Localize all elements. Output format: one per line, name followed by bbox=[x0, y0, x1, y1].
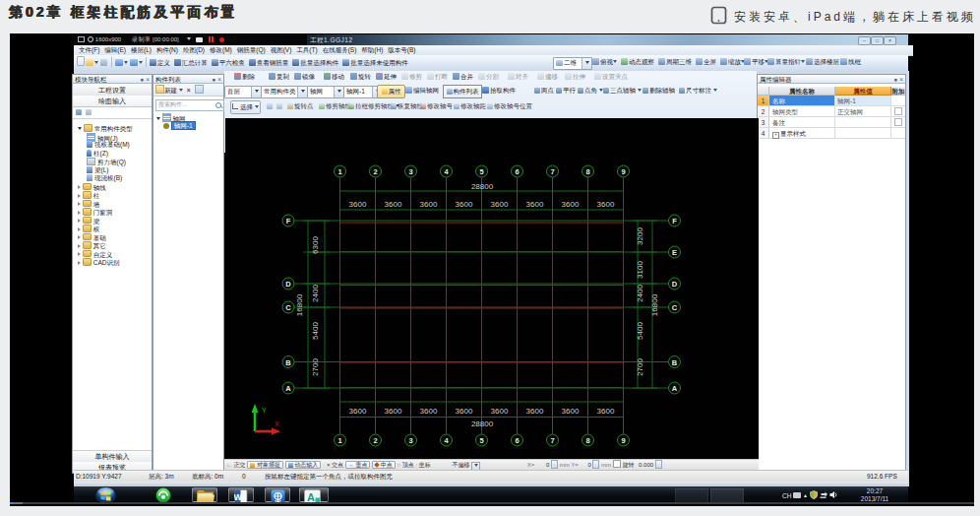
svg-text:3100: 3100 bbox=[636, 261, 644, 279]
svg-text:X: X bbox=[275, 420, 279, 427]
svg-text:D: D bbox=[285, 280, 291, 289]
svg-text:2700: 2700 bbox=[636, 358, 644, 376]
svg-text:F: F bbox=[672, 217, 677, 226]
svg-text:3600: 3600 bbox=[420, 407, 438, 416]
svg-text:3600: 3600 bbox=[456, 200, 473, 209]
svg-text:3600: 3600 bbox=[526, 200, 544, 209]
svg-text:E: E bbox=[672, 248, 677, 257]
svg-text:2400: 2400 bbox=[636, 285, 644, 302]
svg-text:7: 7 bbox=[550, 167, 554, 176]
svg-text:8: 8 bbox=[585, 167, 589, 176]
svg-text:3: 3 bbox=[408, 436, 412, 445]
svg-text:2: 2 bbox=[373, 436, 377, 445]
svg-text:A: A bbox=[285, 384, 291, 393]
svg-text:3200: 3200 bbox=[636, 227, 644, 245]
svg-text:5400: 5400 bbox=[311, 322, 320, 340]
svg-text:16800: 16800 bbox=[295, 293, 304, 316]
svg-text:3600: 3600 bbox=[456, 407, 473, 416]
svg-text:3600: 3600 bbox=[420, 200, 438, 209]
svg-text:8: 8 bbox=[585, 436, 589, 445]
svg-text:B: B bbox=[285, 358, 291, 367]
svg-text:3600: 3600 bbox=[385, 407, 402, 416]
svg-text:C: C bbox=[672, 303, 678, 312]
svg-text:A: A bbox=[672, 384, 678, 393]
svg-text:A: A bbox=[307, 490, 315, 502]
svg-text:3600: 3600 bbox=[349, 407, 367, 416]
svg-text:7: 7 bbox=[550, 436, 554, 445]
svg-text:28800: 28800 bbox=[471, 182, 494, 191]
svg-text:3600: 3600 bbox=[349, 200, 367, 209]
svg-text:28800: 28800 bbox=[471, 419, 494, 428]
svg-text:5400: 5400 bbox=[636, 322, 644, 340]
svg-text:C: C bbox=[285, 303, 291, 312]
svg-text:6: 6 bbox=[515, 436, 519, 445]
svg-text:5: 5 bbox=[479, 436, 483, 445]
svg-text:W: W bbox=[234, 492, 243, 502]
svg-text:9: 9 bbox=[621, 436, 625, 445]
svg-text:Y: Y bbox=[262, 407, 267, 414]
svg-text:B: B bbox=[672, 358, 678, 367]
svg-text:9: 9 bbox=[621, 167, 625, 176]
svg-text:2400: 2400 bbox=[311, 285, 320, 302]
svg-text:F: F bbox=[286, 217, 291, 226]
svg-text:1: 1 bbox=[337, 167, 341, 176]
svg-text:3600: 3600 bbox=[597, 407, 615, 416]
svg-text:3600: 3600 bbox=[385, 200, 402, 209]
svg-text:3600: 3600 bbox=[526, 407, 544, 416]
svg-text:D: D bbox=[672, 280, 678, 289]
svg-text:3600: 3600 bbox=[597, 200, 615, 209]
svg-text:5: 5 bbox=[479, 167, 483, 176]
svg-text:3600: 3600 bbox=[491, 407, 509, 416]
svg-text:3600: 3600 bbox=[562, 407, 580, 416]
svg-text:6: 6 bbox=[515, 167, 519, 176]
svg-text:2: 2 bbox=[373, 167, 377, 176]
svg-text:6300: 6300 bbox=[311, 236, 320, 254]
svg-text:3600: 3600 bbox=[562, 200, 580, 209]
svg-text:1: 1 bbox=[337, 436, 341, 445]
svg-text:16800: 16800 bbox=[650, 293, 659, 316]
svg-text:3: 3 bbox=[408, 167, 412, 176]
svg-text:3600: 3600 bbox=[491, 200, 509, 209]
svg-text:2700: 2700 bbox=[311, 358, 320, 376]
